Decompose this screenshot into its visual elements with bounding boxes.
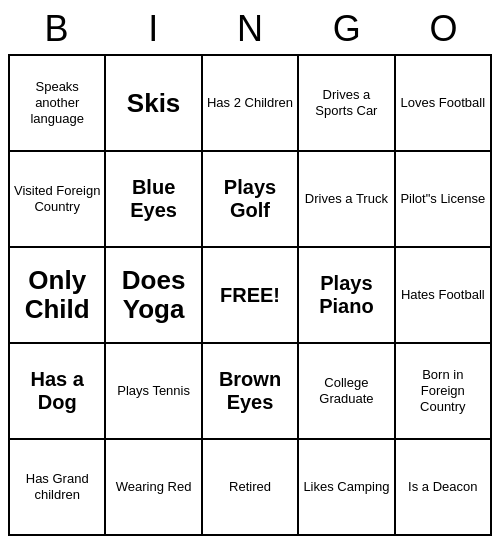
- cell-1-4[interactable]: Pilot"s License: [396, 152, 492, 248]
- cell-0-1[interactable]: Skis: [106, 56, 202, 152]
- cell-1-2[interactable]: Plays Golf: [203, 152, 299, 248]
- cell-text: Has a Dog: [13, 368, 101, 414]
- cell-text: Plays Golf: [206, 176, 294, 222]
- cell-text: Loves Football: [401, 95, 486, 111]
- cell-text: Plays Tennis: [117, 383, 190, 399]
- cell-text: Has 2 Children: [207, 95, 293, 111]
- cell-0-2[interactable]: Has 2 Children: [203, 56, 299, 152]
- cell-4-0[interactable]: Has Grand children: [10, 440, 106, 536]
- cell-text: Drives a Sports Car: [302, 87, 390, 120]
- cell-2-3[interactable]: Plays Piano: [299, 248, 395, 344]
- cell-text: Only Child: [13, 266, 101, 323]
- bingo-letter: N: [202, 8, 299, 50]
- cell-2-4[interactable]: Hates Football: [396, 248, 492, 344]
- cell-text: College Graduate: [302, 375, 390, 408]
- cell-text: FREE!: [220, 283, 280, 308]
- cell-3-0[interactable]: Has a Dog: [10, 344, 106, 440]
- cell-text: Pilot"s License: [400, 191, 485, 207]
- cell-4-3[interactable]: Likes Camping: [299, 440, 395, 536]
- cell-text: Is a Deacon: [408, 479, 477, 495]
- bingo-letter: I: [105, 8, 202, 50]
- cell-0-4[interactable]: Loves Football: [396, 56, 492, 152]
- cell-text: Hates Football: [401, 287, 485, 303]
- cell-text: Retired: [229, 479, 271, 495]
- cell-3-1[interactable]: Plays Tennis: [106, 344, 202, 440]
- cell-text: Brown Eyes: [206, 368, 294, 414]
- cell-2-1[interactable]: Does Yoga: [106, 248, 202, 344]
- cell-text: Has Grand children: [13, 471, 101, 504]
- cell-4-4[interactable]: Is a Deacon: [396, 440, 492, 536]
- bingo-letter: O: [395, 8, 492, 50]
- cell-text: Visited Foreign Country: [13, 183, 101, 216]
- cell-1-0[interactable]: Visited Foreign Country: [10, 152, 106, 248]
- bingo-header: BINGO: [8, 8, 492, 50]
- cell-text: Drives a Truck: [305, 191, 388, 207]
- cell-text: Speaks another language: [13, 79, 101, 128]
- cell-text: Born in Foreign Country: [399, 367, 487, 416]
- cell-text: Plays Piano: [302, 272, 390, 318]
- cell-0-0[interactable]: Speaks another language: [10, 56, 106, 152]
- cell-2-0[interactable]: Only Child: [10, 248, 106, 344]
- cell-4-2[interactable]: Retired: [203, 440, 299, 536]
- cell-1-3[interactable]: Drives a Truck: [299, 152, 395, 248]
- cell-2-2[interactable]: FREE!: [203, 248, 299, 344]
- cell-text: Wearing Red: [116, 479, 192, 495]
- cell-1-1[interactable]: Blue Eyes: [106, 152, 202, 248]
- cell-3-2[interactable]: Brown Eyes: [203, 344, 299, 440]
- cell-text: Does Yoga: [109, 266, 197, 323]
- cell-3-4[interactable]: Born in Foreign Country: [396, 344, 492, 440]
- cell-4-1[interactable]: Wearing Red: [106, 440, 202, 536]
- bingo-grid: Speaks another languageSkisHas 2 Childre…: [8, 54, 492, 536]
- bingo-letter: B: [8, 8, 105, 50]
- cell-text: Blue Eyes: [109, 176, 197, 222]
- cell-0-3[interactable]: Drives a Sports Car: [299, 56, 395, 152]
- cell-text: Likes Camping: [303, 479, 389, 495]
- cell-text: Skis: [127, 89, 181, 118]
- cell-3-3[interactable]: College Graduate: [299, 344, 395, 440]
- bingo-letter: G: [298, 8, 395, 50]
